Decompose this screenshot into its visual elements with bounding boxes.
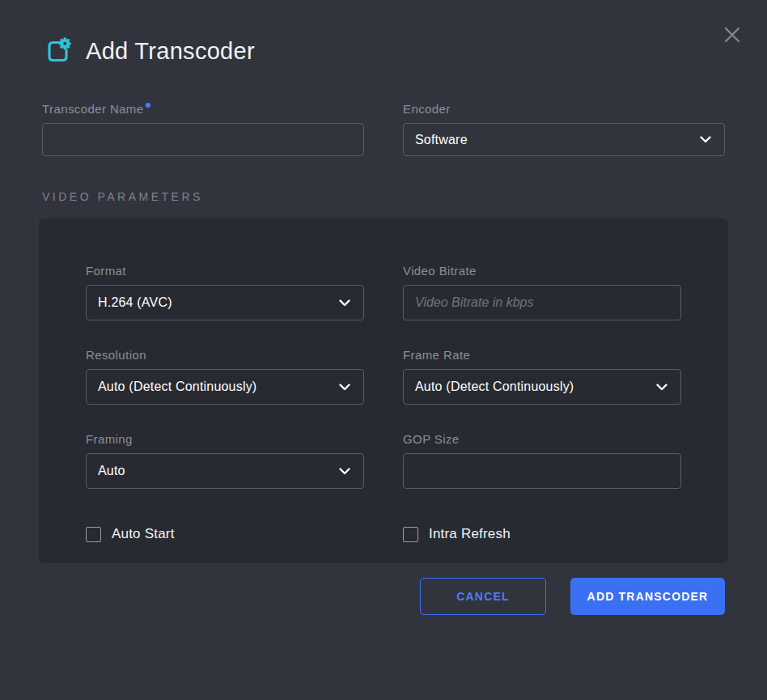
video-bitrate-input[interactable] — [403, 285, 681, 320]
frame-rate-select[interactable]: Auto (Detect Continuously) — [403, 369, 681, 405]
close-icon[interactable] — [720, 23, 744, 47]
chevron-down-icon — [656, 384, 667, 391]
required-dot — [146, 103, 150, 108]
encoder-label: Encoder — [403, 102, 725, 116]
auto-start-label: Auto Start — [112, 526, 175, 542]
framing-field-group: Framing Auto — [86, 432, 364, 489]
add-transcoder-button[interactable]: ADD TRANSCODER — [570, 578, 725, 615]
chevron-down-icon — [339, 299, 350, 307]
gop-size-label: GOP Size — [403, 432, 681, 446]
format-label: Format — [86, 264, 364, 278]
resolution-framerate-row: Resolution Auto (Detect Continuously) Fr… — [86, 348, 681, 405]
transcoder-name-input[interactable] — [42, 123, 364, 156]
gop-size-field-group: GOP Size — [403, 432, 681, 489]
transcoder-name-label-text: Transcoder Name — [42, 102, 144, 116]
dialog-footer: CANCEL ADD TRANSCODER — [42, 578, 725, 615]
transcoder-gear-icon — [42, 36, 73, 66]
frame-rate-label: Frame Rate — [403, 348, 681, 362]
chevron-down-icon — [700, 136, 711, 143]
intra-refresh-label: Intra Refresh — [429, 526, 511, 542]
gop-size-input[interactable] — [403, 453, 681, 489]
add-transcoder-dialog: Add Transcoder Transcoder Name Encoder S… — [0, 0, 767, 700]
video-parameters-panel: Format H.264 (AVC) Video Bitrate Resolut… — [39, 218, 728, 563]
framing-select-value: Auto — [98, 464, 125, 478]
format-field-group: Format H.264 (AVC) — [86, 264, 364, 320]
format-select-value: H.264 (AVC) — [98, 295, 172, 310]
framing-gop-row: Framing Auto GOP Size — [86, 432, 681, 489]
video-parameters-section-title: VIDEO PARAMETERS — [42, 190, 725, 203]
checkbox-row: Auto Start Intra Refresh — [86, 526, 681, 542]
transcoder-name-label: Transcoder Name — [42, 102, 364, 116]
frame-rate-select-value: Auto (Detect Continuously) — [415, 380, 574, 394]
resolution-select[interactable]: Auto (Detect Continuously) — [86, 369, 364, 405]
encoder-select-value: Software — [415, 133, 468, 147]
auto-start-checkbox-field[interactable]: Auto Start — [86, 526, 364, 542]
intra-refresh-checkbox[interactable] — [403, 527, 418, 542]
dialog-title: Add Transcoder — [86, 38, 255, 65]
encoder-field-group: Encoder Software — [403, 102, 725, 156]
resolution-select-value: Auto (Detect Continuously) — [98, 380, 256, 394]
frame-rate-field-group: Frame Rate Auto (Detect Continuously) — [403, 348, 681, 405]
video-bitrate-label: Video Bitrate — [403, 264, 681, 278]
auto-start-checkbox[interactable] — [86, 527, 101, 542]
chevron-down-icon — [339, 468, 350, 475]
transcoder-name-field-group: Transcoder Name — [42, 102, 364, 156]
chevron-down-icon — [339, 384, 350, 391]
video-bitrate-field-group: Video Bitrate — [403, 264, 681, 320]
format-select[interactable]: H.264 (AVC) — [86, 285, 364, 320]
intra-refresh-checkbox-field[interactable]: Intra Refresh — [403, 526, 681, 542]
cancel-button[interactable]: CANCEL — [420, 578, 546, 615]
format-bitrate-row: Format H.264 (AVC) Video Bitrate — [86, 264, 681, 320]
dialog-header: Add Transcoder — [42, 36, 725, 66]
encoder-select[interactable]: Software — [403, 123, 725, 156]
resolution-label: Resolution — [86, 348, 364, 362]
framing-label: Framing — [86, 432, 364, 446]
top-fields-row: Transcoder Name Encoder Software — [42, 102, 725, 156]
resolution-field-group: Resolution Auto (Detect Continuously) — [86, 348, 364, 405]
framing-select[interactable]: Auto — [86, 453, 364, 489]
